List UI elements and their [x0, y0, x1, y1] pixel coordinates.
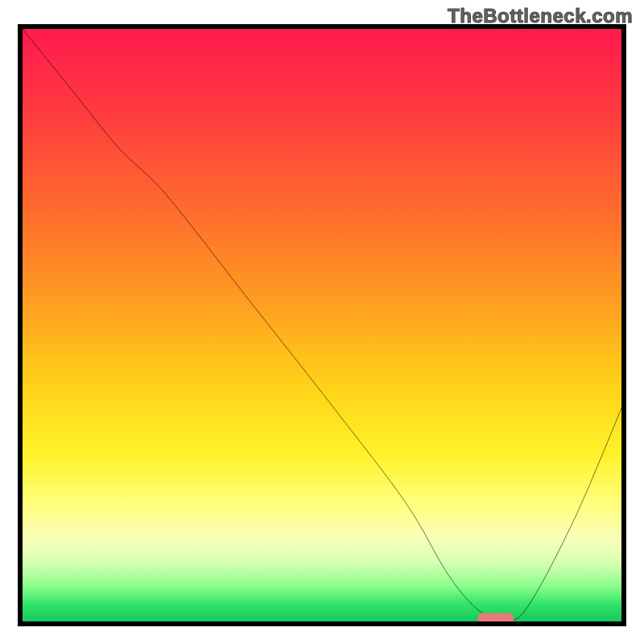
- svg-rect-0: [477, 613, 514, 621]
- chart-plot-area: [18, 24, 626, 626]
- page-root: TheBottleneck.com: [0, 0, 644, 644]
- chart-optimal-marker: [23, 29, 621, 621]
